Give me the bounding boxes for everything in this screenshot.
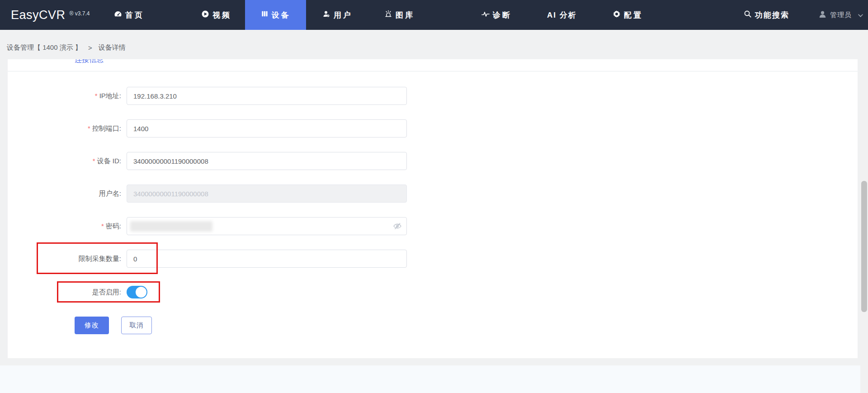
required-mark: * xyxy=(88,124,90,132)
chevron-down-icon xyxy=(858,11,863,19)
feature-search-label: 功能搜索 xyxy=(755,10,789,20)
tabs-divider xyxy=(8,71,858,71)
nav-item-label: 诊断 xyxy=(493,10,512,20)
required-mark: * xyxy=(101,222,104,230)
search-icon xyxy=(744,10,752,20)
device-id-label: *设备 ID: xyxy=(8,152,121,170)
tab-connection-info[interactable]: 连接信息 xyxy=(75,59,104,64)
nav-item-video[interactable]: 视频 xyxy=(201,0,231,30)
play-icon xyxy=(201,10,209,20)
form-row-limit: 限制采集数量: xyxy=(8,250,460,268)
eye-off-icon[interactable] xyxy=(393,222,402,231)
nav-item-label: 首页 xyxy=(125,10,144,20)
feature-search[interactable]: 功能搜索 xyxy=(744,0,789,30)
user-menu-label: 管理员 xyxy=(830,11,852,19)
nav-item-home[interactable]: 首页 xyxy=(114,0,144,30)
password-field xyxy=(127,217,407,235)
form-actions: 修改 取消 xyxy=(8,317,460,334)
page: EasyCVR ® v3.7.4 首页 视频 设备 用户 图库 诊断 xyxy=(0,0,868,393)
toggle-knob xyxy=(136,287,146,298)
enable-toggle[interactable] xyxy=(127,286,147,298)
nav-item-gallery[interactable]: 图库 xyxy=(384,0,415,30)
pulse-icon xyxy=(481,10,490,20)
nav-item-diagnosis[interactable]: 诊断 xyxy=(481,0,512,30)
app-logo: EasyCVR ® v3.7.4 xyxy=(11,0,90,30)
required-mark: * xyxy=(95,92,98,99)
scrollbar-thumb[interactable] xyxy=(861,181,867,312)
nav-item-config[interactable]: 配置 xyxy=(613,0,643,30)
device-icon xyxy=(261,10,269,20)
form-row-password: *密码: xyxy=(8,217,460,235)
limit-label: 限制采集数量: xyxy=(8,250,121,268)
required-mark: * xyxy=(93,157,95,165)
breadcrumb: 设备管理【 1400 演示 】 > 设备详情 xyxy=(7,43,126,52)
nav-item-device[interactable]: 设备 xyxy=(245,0,306,30)
app-logo-text: EasyCVR xyxy=(11,8,66,22)
ip-label: *IP地址: xyxy=(8,87,121,105)
nav-item-label: 图库 xyxy=(396,10,415,20)
dashboard-icon xyxy=(114,10,122,20)
username-label: 用户名: xyxy=(8,185,121,203)
nav-item-label: 配置 xyxy=(624,10,643,20)
camera-icon xyxy=(384,10,392,20)
nav-item-label: 视频 xyxy=(212,10,231,20)
form-row-ip: *IP地址: xyxy=(8,87,460,105)
device-id-input[interactable] xyxy=(127,152,407,170)
nav-item-ai[interactable]: AI 分析 xyxy=(547,0,577,30)
nav-item-label: 设备 xyxy=(272,10,291,20)
top-navbar: EasyCVR ® v3.7.4 首页 视频 设备 用户 图库 诊断 xyxy=(0,0,868,30)
username-input xyxy=(127,185,407,203)
app-version: ® v3.7.4 xyxy=(70,10,90,17)
nav-item-user[interactable]: 用户 xyxy=(322,0,353,30)
enable-label: 是否启用: xyxy=(8,286,121,298)
nav-item-label: AI 分析 xyxy=(547,10,577,20)
footer-area xyxy=(0,365,860,393)
form-row-username: 用户名: xyxy=(8,185,460,203)
scrollbar-track[interactable] xyxy=(860,30,868,393)
form-row-port: *控制端口: xyxy=(8,119,460,137)
breadcrumb-separator: > xyxy=(88,44,92,52)
avatar-icon xyxy=(818,10,827,20)
user-menu[interactable]: 管理员 xyxy=(818,0,863,30)
port-input[interactable] xyxy=(127,119,407,137)
nav-item-label: 用户 xyxy=(334,10,353,20)
modify-button[interactable]: 修改 xyxy=(75,317,109,334)
form-row-device-id: *设备 ID: xyxy=(8,152,460,170)
device-detail-panel: 连接信息 *IP地址: *控制端口: *设备 ID: 用户名: *密码: xyxy=(8,59,858,358)
ip-input[interactable] xyxy=(127,87,407,105)
password-input[interactable] xyxy=(127,217,407,235)
password-label: *密码: xyxy=(8,217,121,235)
limit-input[interactable] xyxy=(127,250,407,268)
cancel-button[interactable]: 取消 xyxy=(121,317,152,334)
user-icon xyxy=(322,10,330,20)
port-label: *控制端口: xyxy=(8,119,121,137)
breadcrumb-current: 设备详情 xyxy=(99,43,126,52)
breadcrumb-section[interactable]: 设备管理【 1400 演示 】 xyxy=(7,43,82,52)
form-row-enable: 是否启用: xyxy=(8,286,460,298)
gear-icon xyxy=(613,10,621,20)
